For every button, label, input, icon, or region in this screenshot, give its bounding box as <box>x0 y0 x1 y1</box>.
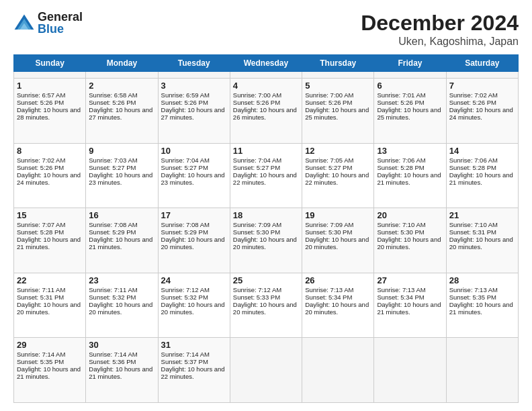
day-number: 3 <box>161 81 227 91</box>
sunrise-text: Sunrise: 7:10 AM <box>449 221 498 228</box>
calendar-cell: 30Sunrise: 7:14 AMSunset: 5:36 PMDayligh… <box>86 338 158 403</box>
calendar-cell: 29Sunrise: 7:14 AMSunset: 5:35 PMDayligh… <box>14 338 86 403</box>
day-header-sunday: Sunday <box>14 55 86 72</box>
sunset-text: Sunset: 5:33 PM <box>233 293 280 301</box>
calendar-cell <box>446 72 518 79</box>
calendar-cell <box>302 72 374 79</box>
sunrise-text: Sunrise: 7:14 AM <box>89 351 137 358</box>
sunset-text: Sunset: 5:31 PM <box>17 293 64 301</box>
sunset-text: Sunset: 5:30 PM <box>233 228 280 236</box>
week-row-0 <box>14 72 519 79</box>
sunset-text: Sunset: 5:34 PM <box>305 293 352 301</box>
logo: General Blue <box>13 11 83 35</box>
sunrise-text: Sunrise: 7:00 AM <box>233 91 281 99</box>
sunrise-text: Sunrise: 7:09 AM <box>233 221 281 228</box>
daylight-text: Daylight: 10 hours and 21 minutes. <box>89 236 152 250</box>
sunrise-text: Sunrise: 7:04 AM <box>161 156 210 164</box>
calendar-cell: 4Sunrise: 7:00 AMSunset: 5:26 PMDaylight… <box>230 79 302 144</box>
sunset-text: Sunset: 5:34 PM <box>377 293 424 301</box>
calendar-cell: 7Sunrise: 7:02 AMSunset: 5:26 PMDaylight… <box>446 79 518 144</box>
logo-icon <box>13 13 35 32</box>
sunrise-text: Sunrise: 6:59 AM <box>161 91 210 99</box>
daylight-text: Daylight: 10 hours and 23 minutes. <box>161 171 225 186</box>
calendar-cell: 18Sunrise: 7:09 AMSunset: 5:30 PMDayligh… <box>230 208 302 273</box>
daylight-text: Daylight: 10 hours and 21 minutes. <box>377 301 441 316</box>
sunset-text: Sunset: 5:26 PM <box>233 99 280 106</box>
daylight-text: Daylight: 10 hours and 20 minutes. <box>161 301 225 316</box>
day-header-monday: Monday <box>86 55 158 72</box>
daylight-text: Daylight: 10 hours and 21 minutes. <box>89 365 152 380</box>
day-number: 9 <box>89 146 154 156</box>
calendar-cell <box>158 72 230 79</box>
sunset-text: Sunset: 5:30 PM <box>305 228 352 236</box>
daylight-text: Daylight: 10 hours and 21 minutes. <box>17 236 81 250</box>
sunset-text: Sunset: 5:28 PM <box>17 228 64 236</box>
sunrise-text: Sunrise: 7:13 AM <box>377 286 425 293</box>
sunrise-text: Sunrise: 7:12 AM <box>233 286 281 293</box>
day-number: 6 <box>377 81 443 91</box>
day-number: 24 <box>161 275 227 285</box>
day-number: 10 <box>161 146 227 156</box>
sunrise-text: Sunrise: 7:06 AM <box>449 156 498 164</box>
sunrise-text: Sunrise: 7:14 AM <box>161 351 210 358</box>
month-title: December 2024 <box>361 11 519 36</box>
sunrise-text: Sunrise: 7:01 AM <box>377 91 425 99</box>
calendar-cell <box>302 338 374 403</box>
day-number: 15 <box>17 210 83 220</box>
daylight-text: Daylight: 10 hours and 26 minutes. <box>233 106 297 121</box>
calendar-cell: 8Sunrise: 7:02 AMSunset: 5:26 PMDaylight… <box>14 143 86 208</box>
daylight-text: Daylight: 10 hours and 22 minutes. <box>233 171 297 186</box>
sunset-text: Sunset: 5:37 PM <box>161 358 208 365</box>
daylight-text: Daylight: 10 hours and 20 minutes. <box>17 301 81 316</box>
calendar-cell: 25Sunrise: 7:12 AMSunset: 5:33 PMDayligh… <box>230 273 302 338</box>
sunset-text: Sunset: 5:26 PM <box>377 99 424 106</box>
sunrise-text: Sunrise: 7:08 AM <box>89 221 137 228</box>
sunset-text: Sunset: 5:26 PM <box>305 99 352 106</box>
title-area: December 2024 Uken, Kagoshima, Japan <box>361 11 519 48</box>
daylight-text: Daylight: 10 hours and 21 minutes. <box>17 365 81 380</box>
daylight-text: Daylight: 10 hours and 20 minutes. <box>305 236 369 250</box>
daylight-text: Daylight: 10 hours and 24 minutes. <box>449 106 513 121</box>
sunset-text: Sunset: 5:26 PM <box>89 99 136 106</box>
day-header-saturday: Saturday <box>446 55 518 72</box>
sunset-text: Sunset: 5:31 PM <box>449 228 496 236</box>
daylight-text: Daylight: 10 hours and 22 minutes. <box>161 365 225 380</box>
calendar-cell: 2Sunrise: 6:58 AMSunset: 5:26 PMDaylight… <box>86 79 158 144</box>
day-number: 14 <box>449 146 515 156</box>
calendar-cell: 19Sunrise: 7:09 AMSunset: 5:30 PMDayligh… <box>302 208 374 273</box>
calendar-cell: 6Sunrise: 7:01 AMSunset: 5:26 PMDaylight… <box>374 79 446 144</box>
day-number: 11 <box>233 146 299 156</box>
daylight-text: Daylight: 10 hours and 25 minutes. <box>305 106 369 121</box>
day-number: 29 <box>17 340 83 350</box>
day-number: 20 <box>377 210 443 220</box>
sunrise-text: Sunrise: 7:08 AM <box>161 221 210 228</box>
day-number: 19 <box>305 210 371 220</box>
day-number: 17 <box>161 210 227 220</box>
calendar-cell: 20Sunrise: 7:10 AMSunset: 5:30 PMDayligh… <box>374 208 446 273</box>
sunset-text: Sunset: 5:27 PM <box>89 164 136 171</box>
sunset-text: Sunset: 5:27 PM <box>305 164 352 171</box>
day-header-friday: Friday <box>374 55 446 72</box>
day-number: 13 <box>377 146 443 156</box>
week-row-5: 29Sunrise: 7:14 AMSunset: 5:35 PMDayligh… <box>14 338 519 403</box>
sunrise-text: Sunrise: 7:03 AM <box>89 156 137 164</box>
logo-text: General Blue <box>38 11 83 35</box>
day-number: 30 <box>89 340 154 350</box>
sunset-text: Sunset: 5:35 PM <box>449 293 496 301</box>
daylight-text: Daylight: 10 hours and 20 minutes. <box>449 236 513 250</box>
calendar-cell: 24Sunrise: 7:12 AMSunset: 5:32 PMDayligh… <box>158 273 230 338</box>
sunrise-text: Sunrise: 7:02 AM <box>449 91 498 99</box>
sunset-text: Sunset: 5:30 PM <box>377 228 424 236</box>
sunset-text: Sunset: 5:29 PM <box>89 228 136 236</box>
daylight-text: Daylight: 10 hours and 20 minutes. <box>233 236 297 250</box>
sunset-text: Sunset: 5:26 PM <box>449 99 496 106</box>
day-header-wednesday: Wednesday <box>230 55 302 72</box>
calendar-cell: 3Sunrise: 6:59 AMSunset: 5:26 PMDaylight… <box>158 79 230 144</box>
sunrise-text: Sunrise: 7:13 AM <box>305 286 353 293</box>
sunrise-text: Sunrise: 7:11 AM <box>17 286 65 293</box>
day-number: 25 <box>233 275 299 285</box>
calendar-cell: 21Sunrise: 7:10 AMSunset: 5:31 PMDayligh… <box>446 208 518 273</box>
calendar-cell <box>374 72 446 79</box>
calendar-cell: 27Sunrise: 7:13 AMSunset: 5:34 PMDayligh… <box>374 273 446 338</box>
calendar-cell <box>446 338 518 403</box>
